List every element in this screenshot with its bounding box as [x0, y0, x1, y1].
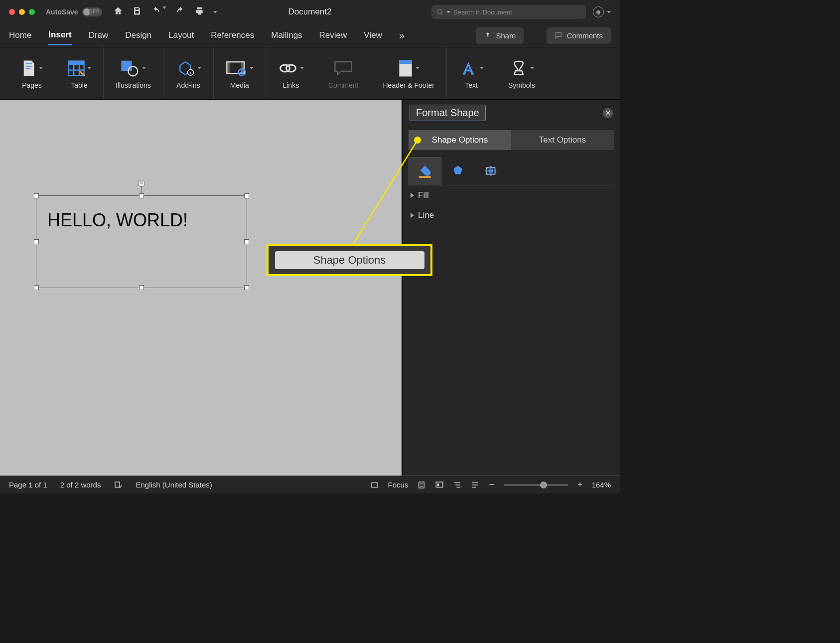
zoom-level[interactable]: 164%	[592, 481, 611, 489]
spellcheck-icon[interactable]	[114, 481, 123, 489]
disclosure-icon	[411, 213, 414, 218]
svg-rect-26	[489, 169, 493, 172]
ribbon-content: Pages Table Illustrations + Add-ins Medi…	[0, 47, 620, 100]
tab-draw[interactable]: Draw	[89, 26, 109, 44]
zoom-out-button[interactable]: −	[489, 479, 495, 490]
print-icon[interactable]	[194, 6, 204, 18]
tab-references[interactable]: References	[211, 26, 254, 44]
comments-button[interactable]: Comments	[547, 27, 611, 44]
tab-shape-options[interactable]: Shape Options	[409, 130, 511, 150]
line-section[interactable]: Line	[403, 205, 620, 225]
tab-text-options[interactable]: Text Options	[511, 130, 614, 150]
save-icon[interactable]	[132, 6, 142, 18]
svg-rect-1	[26, 65, 32, 66]
size-tab-icon[interactable]	[474, 157, 507, 185]
symbols-label: Symbols	[508, 81, 535, 90]
resize-handle-br[interactable]	[244, 285, 249, 290]
resize-handle-tl[interactable]	[34, 193, 39, 198]
selected-textbox[interactable]: HELLO, WORLD!	[36, 195, 247, 288]
maximize-window-button[interactable]	[29, 9, 35, 15]
ribbon-group-symbols[interactable]: Symbols	[496, 47, 547, 99]
resize-handle-r[interactable]	[244, 239, 249, 244]
user-icon[interactable]: ☻	[593, 6, 604, 17]
focus-label[interactable]: Focus	[388, 481, 409, 489]
zoom-in-button[interactable]: +	[577, 480, 583, 490]
callout-annotation: Shape Options	[267, 244, 432, 276]
svg-rect-33	[436, 482, 443, 487]
zoom-slider[interactable]	[504, 484, 568, 486]
search-input[interactable]: Search in Document	[431, 5, 586, 19]
word-count[interactable]: 2 of 2 words	[60, 481, 101, 489]
autosave-label: AutoSave	[46, 8, 78, 16]
media-label: Media	[230, 81, 249, 90]
ribbon-group-media[interactable]: Media	[213, 47, 266, 99]
ribbon-group-comment[interactable]: Comment	[316, 47, 371, 99]
share-icon	[484, 31, 492, 39]
status-right: Focus − + 164%	[370, 479, 611, 490]
header-footer-label: Header & Footer	[383, 81, 435, 90]
resize-handle-l[interactable]	[34, 239, 39, 244]
ribbon-group-links[interactable]: Links	[266, 47, 316, 99]
ribbon-group-pages[interactable]: Pages	[9, 47, 55, 99]
comments-label: Comments	[566, 31, 603, 40]
share-button[interactable]: Share	[476, 27, 524, 44]
draft-view-icon[interactable]	[471, 481, 480, 489]
textbox-text[interactable]: HELLO, WORLD!	[47, 210, 188, 231]
home-icon[interactable]	[113, 6, 123, 18]
page-indicator[interactable]: Page 1 of 1	[9, 481, 47, 489]
tab-mailings[interactable]: Mailings	[271, 26, 302, 44]
pane-header: Format Shape ✕	[403, 100, 620, 126]
window-controls	[9, 9, 35, 15]
resize-handle-t[interactable]	[139, 193, 144, 198]
language-indicator[interactable]: English (United States)	[136, 481, 212, 489]
ribbon-group-header-footer[interactable]: Header & Footer	[371, 47, 447, 99]
focus-mode-icon[interactable]	[370, 481, 379, 489]
ribbon-group-table[interactable]: Table	[55, 47, 103, 99]
title-bar: AutoSave OFF Document2 Search in Documen…	[0, 0, 620, 24]
pane-close-button[interactable]: ✕	[603, 108, 613, 118]
print-layout-icon[interactable]	[417, 481, 426, 489]
resize-handle-b[interactable]	[139, 285, 144, 290]
close-window-button[interactable]	[9, 9, 15, 15]
undo-icon[interactable]	[151, 6, 166, 18]
outline-view-icon[interactable]	[453, 481, 462, 489]
tab-review[interactable]: Review	[319, 26, 347, 44]
resize-handle-tr[interactable]	[244, 193, 249, 198]
comment-label: Comment	[328, 81, 359, 90]
user-dropdown-icon[interactable]	[607, 11, 611, 13]
fill-section[interactable]: Fill	[403, 185, 620, 205]
search-placeholder: Search in Document	[453, 8, 512, 16]
text-label: Text	[465, 81, 478, 90]
web-layout-icon[interactable]	[435, 481, 444, 489]
autosave-toggle[interactable]: OFF	[82, 7, 102, 16]
pane-tabs: Shape Options Text Options	[409, 130, 614, 150]
pages-label: Pages	[22, 81, 42, 90]
pane-title: Format Shape	[410, 105, 486, 121]
document-canvas[interactable]: HELLO, WORLD!	[0, 100, 403, 476]
resize-handle-bl[interactable]	[34, 285, 39, 290]
fill-label: Fill	[418, 190, 429, 200]
tab-design[interactable]: Design	[125, 26, 151, 44]
ribbon-group-addins[interactable]: + Add-ins	[163, 47, 213, 99]
fill-line-tab-icon[interactable]	[409, 157, 441, 185]
effects-tab-icon[interactable]	[441, 157, 474, 185]
rotate-handle[interactable]	[138, 180, 145, 187]
tab-home[interactable]: Home	[9, 26, 31, 44]
autosave-toggle-group: AutoSave OFF	[46, 7, 102, 16]
svg-rect-34	[437, 483, 439, 486]
qat-dropdown-icon[interactable]	[213, 11, 217, 13]
tab-overflow-icon[interactable]: »	[399, 30, 405, 41]
zoom-thumb[interactable]	[540, 482, 547, 488]
redo-icon[interactable]	[175, 6, 185, 18]
tab-layout[interactable]: Layout	[168, 26, 194, 44]
comment-icon	[555, 31, 562, 39]
illustrations-label: Illustrations	[116, 81, 151, 90]
ribbon-group-illustrations[interactable]: Illustrations	[103, 47, 163, 99]
svg-rect-4	[68, 61, 84, 65]
tab-view[interactable]: View	[364, 26, 382, 44]
tab-insert[interactable]: Insert	[48, 26, 71, 45]
ribbon-group-text[interactable]: Text	[446, 47, 496, 99]
search-icon	[436, 8, 443, 15]
minimize-window-button[interactable]	[19, 9, 25, 15]
svg-text:+: +	[189, 70, 192, 76]
